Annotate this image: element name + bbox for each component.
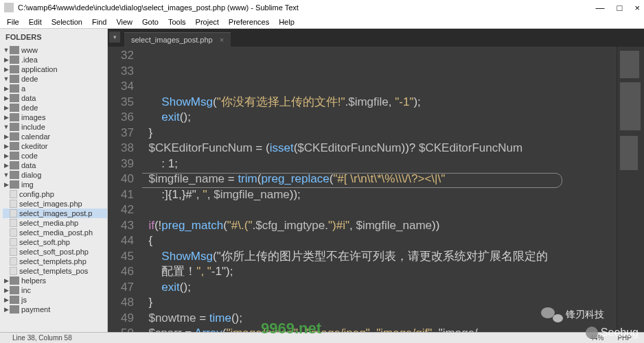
tab-active[interactable]: select_images_post.php × bbox=[124, 32, 231, 47]
folder-inc[interactable]: ▶inc bbox=[3, 285, 107, 295]
arrow-right-icon[interactable]: ▶ bbox=[3, 162, 10, 169]
tree-item-label: select_templets.php bbox=[19, 257, 87, 265]
arrow-down-icon[interactable]: ▼ bbox=[3, 47, 10, 54]
minimize-button[interactable]: — bbox=[596, 3, 605, 13]
code-line[interactable]: ShowMsg("你所上传的图片类型不在许可列表，请更改系统对扩展名限定的 bbox=[142, 249, 617, 265]
file-select-soft-post-php[interactable]: select_soft_post.php bbox=[3, 247, 107, 257]
file-select-images-php[interactable]: select_images.php bbox=[3, 199, 107, 209]
file-select-soft-php[interactable]: select_soft.php bbox=[3, 237, 107, 247]
arrow-right-icon[interactable]: ▶ bbox=[3, 306, 10, 313]
arrow-right-icon[interactable]: ▶ bbox=[3, 287, 10, 294]
menu-view[interactable]: View bbox=[112, 16, 137, 27]
tab-close-icon[interactable]: × bbox=[220, 36, 224, 44]
code-line[interactable]: exit(); bbox=[142, 280, 617, 296]
folder-application[interactable]: ▶application bbox=[3, 64, 107, 74]
menu-help[interactable]: Help bbox=[275, 16, 299, 27]
folder-icon bbox=[10, 132, 19, 141]
tree-item-label: payment bbox=[21, 305, 50, 314]
file-select-templets-php[interactable]: select_templets.php bbox=[3, 257, 107, 266]
window-title: C:\wamp64\www\dede\include\dialog\select… bbox=[18, 3, 596, 12]
folder-helpers[interactable]: ▶helpers bbox=[3, 276, 107, 285]
folder-icon bbox=[10, 296, 19, 304]
arrow-down-icon[interactable]: ▼ bbox=[3, 172, 10, 178]
tab-dropdown-icon[interactable]: ▾ bbox=[109, 32, 120, 43]
folder-include[interactable]: ▼include bbox=[3, 122, 107, 132]
tree-item-label: calendar bbox=[21, 132, 50, 141]
menu-project[interactable]: Project bbox=[192, 16, 223, 27]
folder-dialog[interactable]: ▼dialog bbox=[3, 170, 107, 180]
code-line[interactable]: $CKEditorFuncNum = (isset($CKEditorFuncN… bbox=[142, 141, 617, 156]
file-select-media-php[interactable]: select_media.php bbox=[3, 218, 107, 228]
file-icon bbox=[10, 219, 17, 227]
folder-img[interactable]: ▶img bbox=[3, 180, 107, 189]
arrow-down-icon[interactable]: ▼ bbox=[3, 123, 10, 130]
arrow-right-icon[interactable]: ▶ bbox=[3, 152, 10, 159]
folder-calendar[interactable]: ▶calendar bbox=[3, 132, 107, 141]
code-line[interactable]: :]{1,}#", '', $imgfile_name)); bbox=[142, 187, 617, 203]
code-area[interactable]: ShowMsg("你没有选择上传的文件!".$imgfile, "-1"); e… bbox=[142, 47, 617, 332]
file-config-php[interactable]: config.php bbox=[3, 189, 107, 199]
code-line[interactable]: if(!preg_match("#\.(".$cfg_imgtype.")#i"… bbox=[142, 218, 617, 234]
code-line[interactable]: { bbox=[142, 233, 617, 249]
tree-item-label: select_images.php bbox=[19, 200, 82, 208]
folder-icon bbox=[10, 104, 19, 112]
folder-ckeditor[interactable]: ▶ckeditor bbox=[3, 141, 107, 151]
arrow-right-icon[interactable]: ▶ bbox=[3, 277, 10, 284]
code-line[interactable] bbox=[142, 202, 617, 218]
menu-find[interactable]: Find bbox=[88, 16, 111, 27]
code-line[interactable]: 配置！", "-1"); bbox=[142, 264, 617, 280]
menu-file[interactable]: File bbox=[3, 16, 23, 27]
folder-payment[interactable]: ▶payment bbox=[3, 305, 107, 314]
folder-code[interactable]: ▶code bbox=[3, 151, 107, 161]
arrow-right-icon[interactable]: ▶ bbox=[3, 85, 10, 92]
code-line[interactable]: } bbox=[142, 126, 617, 141]
code-line[interactable]: $sparr = Array("image/pjpeg", "image/jpe… bbox=[142, 326, 617, 332]
minimap[interactable] bbox=[617, 47, 644, 332]
arrow-right-icon[interactable]: ▶ bbox=[3, 104, 10, 111]
code-line[interactable]: ShowMsg("你没有选择上传的文件!".$imgfile, "-1"); bbox=[142, 95, 617, 110]
file-icon bbox=[10, 248, 17, 256]
arrow-right-icon[interactable]: ▶ bbox=[3, 66, 10, 73]
file-icon bbox=[10, 209, 17, 217]
close-button[interactable]: × bbox=[634, 3, 640, 13]
arrow-right-icon[interactable]: ▶ bbox=[3, 296, 10, 303]
folder-js[interactable]: ▶js bbox=[3, 295, 107, 305]
arrow-right-icon[interactable]: ▶ bbox=[3, 133, 10, 140]
menu-selection[interactable]: Selection bbox=[47, 16, 87, 27]
folder--idea[interactable]: ▶.idea bbox=[3, 55, 107, 64]
tab-bar: ▾ select_images_post.php × bbox=[108, 29, 644, 47]
arrow-right-icon[interactable]: ▶ bbox=[3, 95, 10, 102]
folder-data[interactable]: ▶data bbox=[3, 93, 107, 103]
arrow-right-icon[interactable]: ▶ bbox=[3, 56, 10, 63]
menu-edit[interactable]: Edit bbox=[25, 16, 46, 27]
folder-dede[interactable]: ▶dede bbox=[3, 103, 107, 113]
arrow-right-icon[interactable]: ▶ bbox=[3, 181, 10, 188]
folder-dede[interactable]: ▼dede bbox=[3, 74, 107, 84]
menu-tools[interactable]: Tools bbox=[164, 16, 190, 27]
code-line[interactable]: $imgfile_name = trim(preg_replace("#[ \r… bbox=[142, 172, 617, 187]
file-select-media-post-ph[interactable]: select_media_post.ph bbox=[3, 228, 107, 237]
arrow-down-icon[interactable]: ▼ bbox=[3, 75, 10, 82]
folder-data[interactable]: ▶data bbox=[3, 161, 107, 170]
file-select-templets-pos[interactable]: select_templets_pos bbox=[3, 266, 107, 276]
tree-item-label: select_media.php bbox=[19, 219, 78, 227]
code-line[interactable]: : 1; bbox=[142, 156, 617, 172]
file-select-images-post-p[interactable]: select_images_post.p bbox=[3, 209, 107, 218]
tree-item-label: dede bbox=[21, 75, 38, 83]
folder-www[interactable]: ▼www bbox=[3, 45, 107, 55]
folder-a[interactable]: ▶a bbox=[3, 84, 107, 93]
folder-images[interactable]: ▶images bbox=[3, 113, 107, 122]
status-position[interactable]: Line 38, Column 58 bbox=[5, 334, 79, 342]
arrow-right-icon[interactable]: ▶ bbox=[3, 114, 10, 121]
tree-item-label: a bbox=[21, 84, 25, 93]
tree-item-label: include bbox=[21, 123, 45, 131]
arrow-right-icon[interactable]: ▶ bbox=[3, 143, 10, 150]
code-line[interactable]: exit(); bbox=[142, 110, 617, 126]
folder-icon bbox=[10, 84, 19, 93]
menu-goto[interactable]: Goto bbox=[138, 16, 163, 27]
watermark-seebug: Seebug bbox=[586, 327, 639, 339]
maximize-button[interactable]: □ bbox=[617, 3, 623, 13]
file-icon bbox=[10, 228, 17, 237]
menu-preferences[interactable]: Preferences bbox=[225, 16, 273, 27]
tree-item-label: inc bbox=[21, 286, 31, 294]
